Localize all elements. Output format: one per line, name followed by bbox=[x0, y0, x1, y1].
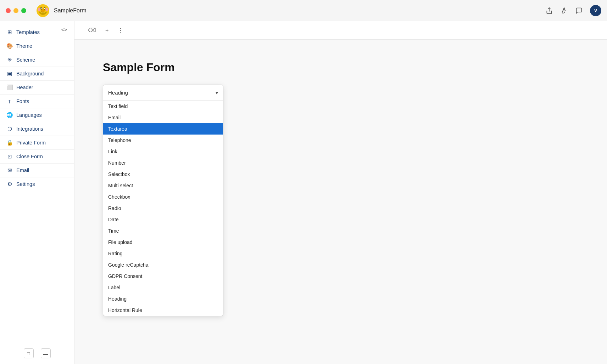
code-toggle-button[interactable]: <> bbox=[59, 25, 70, 34]
page-title: Sample Form bbox=[103, 61, 579, 74]
sidebar-item-languages[interactable]: 🌐 Languages bbox=[0, 108, 74, 122]
dropdown-header-label: Heading bbox=[108, 90, 128, 96]
sidebar-icon-background: ▣ bbox=[6, 70, 13, 77]
sidebar-item-fonts[interactable]: T Fonts bbox=[0, 95, 74, 108]
sidebar-label-languages: Languages bbox=[16, 112, 42, 118]
main-layout: <> ⊞ Templates 🎨 Theme ✳ Scheme ▣ Backgr… bbox=[0, 21, 607, 364]
sidebar-item-background[interactable]: ▣ Background bbox=[0, 67, 74, 81]
dropdown-option-checkbox[interactable]: Checkbox bbox=[103, 191, 223, 203]
delete-button[interactable]: ⌫ bbox=[85, 25, 99, 35]
dropdown-option-textarea[interactable]: Textarea bbox=[103, 123, 223, 135]
sidebar-label-private-form: Private Form bbox=[16, 140, 46, 146]
sidebar-icon-integrations: ⬡ bbox=[6, 126, 13, 132]
content-area: ⌫ + ⋮ Sample Form Heading ▾ Text fieldEm… bbox=[74, 21, 607, 364]
sidebar-icon-fonts: T bbox=[6, 98, 13, 104]
sidebar-item-settings[interactable]: ⚙ Settings bbox=[0, 177, 74, 191]
dropdown-chevron-icon: ▾ bbox=[216, 90, 218, 96]
dropdown-option-selectbox[interactable]: Selectbox bbox=[103, 169, 223, 180]
dropdown-option-link[interactable]: Link bbox=[103, 146, 223, 157]
app-name: SampleForm bbox=[54, 7, 541, 14]
sidebar-item-email[interactable]: ✉ Email bbox=[0, 164, 74, 177]
field-type-dropdown-list[interactable]: Heading ▾ Text fieldEmailTextareaTelepho… bbox=[103, 85, 223, 316]
sidebar-label-header: Header bbox=[16, 85, 33, 90]
maximize-button[interactable] bbox=[21, 8, 26, 13]
dropdown-option-google-recaptcha[interactable]: Google reCaptcha bbox=[103, 259, 223, 271]
sidebar-icon-private-form: 🔒 bbox=[6, 140, 13, 146]
sidebar-label-background: Background bbox=[16, 71, 44, 76]
rocket-icon[interactable] bbox=[560, 7, 568, 15]
sidebar-item-theme[interactable]: 🎨 Theme bbox=[0, 39, 74, 53]
dropdown-option-horizontal-rule[interactable]: Horizontal Rule bbox=[103, 305, 223, 316]
sidebar-icon-close-form: ⊡ bbox=[6, 153, 13, 160]
sidebar-icon-scheme: ✳ bbox=[6, 57, 13, 63]
sidebar-icon-templates: ⊞ bbox=[6, 29, 13, 35]
sidebar: <> ⊞ Templates 🎨 Theme ✳ Scheme ▣ Backgr… bbox=[0, 21, 74, 364]
sidebar-icon-header: ⬜ bbox=[6, 84, 13, 91]
sidebar-item-scheme[interactable]: ✳ Scheme bbox=[0, 53, 74, 67]
sidebar-item-private-form[interactable]: 🔒 Private Form bbox=[0, 136, 74, 150]
app-logo bbox=[36, 4, 50, 17]
user-avatar[interactable]: V bbox=[590, 5, 601, 16]
sidebar-label-close-form: Close Form bbox=[16, 154, 43, 159]
chat-icon[interactable] bbox=[575, 7, 583, 15]
dropdown-option-label[interactable]: Label bbox=[103, 282, 223, 293]
add-button[interactable]: + bbox=[102, 26, 111, 35]
sidebar-icon-mobile[interactable]: □ bbox=[24, 348, 34, 358]
sidebar-label-fonts: Fonts bbox=[16, 98, 29, 104]
svg-point-13 bbox=[563, 9, 564, 10]
toolbar-strip: ⌫ + ⋮ bbox=[74, 21, 607, 40]
svg-point-11 bbox=[46, 8, 48, 11]
minimize-button[interactable] bbox=[13, 8, 18, 13]
close-button[interactable] bbox=[6, 8, 11, 13]
dropdown-option-time[interactable]: Time bbox=[103, 225, 223, 237]
dropdown-option-gdpr-consent[interactable]: GDPR Consent bbox=[103, 271, 223, 282]
sidebar-label-scheme: Scheme bbox=[16, 57, 35, 63]
sidebar-item-integrations[interactable]: ⬡ Integrations bbox=[0, 122, 74, 136]
sidebar-icon-email: ✉ bbox=[6, 167, 13, 174]
dropdown-option-date[interactable]: Date bbox=[103, 214, 223, 225]
sidebar-icon-desktop[interactable]: ▬ bbox=[41, 348, 51, 358]
sidebar-icon-languages: 🌐 bbox=[6, 112, 13, 118]
dropdown-option-text-field[interactable]: Text field bbox=[103, 101, 223, 112]
svg-point-5 bbox=[41, 8, 42, 9]
more-options-button[interactable]: ⋮ bbox=[115, 25, 126, 35]
dropdown-header: Heading ▾ bbox=[103, 85, 223, 101]
dropdown-option-file-upload[interactable]: File upload bbox=[103, 237, 223, 248]
sidebar-icon-settings: ⚙ bbox=[6, 181, 13, 187]
sidebar-bottom-icons: □ ▬ bbox=[0, 348, 74, 358]
sidebar-icon-theme: 🎨 bbox=[6, 43, 13, 49]
sidebar-label-email: Email bbox=[16, 167, 29, 173]
svg-point-10 bbox=[38, 8, 40, 11]
sidebar-item-close-form[interactable]: ⊡ Close Form bbox=[0, 150, 74, 164]
sidebar-item-header[interactable]: ⬜ Header bbox=[0, 81, 74, 95]
share-icon[interactable] bbox=[545, 7, 553, 15]
titlebar-actions: V bbox=[545, 5, 601, 16]
dropdown-option-number[interactable]: Number bbox=[103, 157, 223, 169]
titlebar: SampleForm V bbox=[0, 0, 607, 21]
dropdown-option-rating[interactable]: Rating bbox=[103, 248, 223, 259]
sidebar-label-templates: Templates bbox=[16, 29, 40, 35]
sidebar-label-theme: Theme bbox=[16, 43, 32, 49]
dropdown-option-radio[interactable]: Radio bbox=[103, 203, 223, 214]
dropdown-option-email[interactable]: Email bbox=[103, 112, 223, 123]
traffic-lights bbox=[6, 8, 26, 13]
svg-point-6 bbox=[44, 8, 45, 9]
dropdown-option-multi-select[interactable]: Multi select bbox=[103, 180, 223, 191]
dropdown-option-telephone[interactable]: Telephone bbox=[103, 135, 223, 146]
page-content: Sample Form Heading ▾ Text fieldEmailTex… bbox=[89, 50, 593, 95]
svg-point-7 bbox=[41, 9, 45, 12]
dropdown-option-heading[interactable]: Heading bbox=[103, 293, 223, 305]
sidebar-label-settings: Settings bbox=[16, 181, 35, 187]
sidebar-label-integrations: Integrations bbox=[16, 126, 43, 132]
